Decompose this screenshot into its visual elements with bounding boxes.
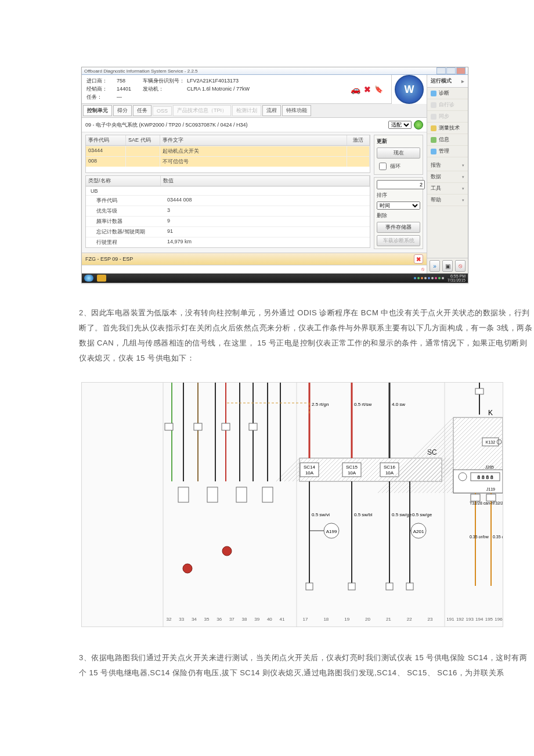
svg-text:0.5 rt/sw: 0.5 rt/sw (354, 402, 371, 407)
svg-text:34: 34 (192, 617, 197, 622)
rail-selfdiag[interactable]: 自行诊 (427, 99, 468, 111)
go-button[interactable] (414, 120, 423, 129)
svg-rect-134 (406, 583, 413, 590)
vehicle-diag-button[interactable]: 车载诊断系统 (377, 235, 420, 246)
svg-rect-150 (475, 388, 484, 394)
svg-text:8 8 8 8: 8 8 8 8 (477, 474, 493, 480)
svg-text:21: 21 (386, 617, 391, 622)
svg-text:0.5 sw/ge: 0.5 sw/ge (412, 512, 432, 517)
rail-sync[interactable]: 同步 (427, 111, 468, 123)
vehicle-header: 进口商：758 经销商：14401 任务：— 车辆身份识别号：LFV2A21K1… (82, 75, 391, 104)
odis-screenshot: Offboard Diagnostic Information System S… (81, 67, 468, 283)
seq-number-input[interactable] (377, 180, 425, 189)
svg-text:T32/29  can-l: T32/29 can-l (493, 501, 503, 505)
svg-rect-144 (486, 494, 496, 501)
rail-measure[interactable]: 测量技术 (427, 123, 468, 134)
svg-rect-179 (207, 487, 218, 502)
svg-rect-125 (306, 583, 313, 590)
svg-point-183 (222, 546, 232, 556)
car-icon[interactable]: 🚗 (351, 85, 360, 94)
window-controls[interactable] (436, 67, 466, 74)
action-side-column: 更新 现在 循环 排序 时间 删除 事件存储器 车载诊断系统 (374, 135, 423, 249)
tab-testplan[interactable]: 检测计划 (232, 105, 261, 116)
svg-text:2.5 rt/gn: 2.5 rt/gn (312, 402, 329, 407)
tab-oss[interactable]: OSS (153, 106, 172, 116)
svg-rect-180 (236, 487, 247, 502)
brand-logo: W (391, 75, 427, 104)
rail-diag[interactable]: 诊断 (427, 88, 468, 99)
module-title: 09 - 电子中央电气系统 (KWP2000 / TP20 / 5C093708… (85, 121, 386, 129)
rail-report[interactable]: 报告▾ (427, 160, 468, 171)
event-store-button[interactable]: 事件存储器 (377, 222, 420, 233)
tab-tpi[interactable]: 产品技术信息（TPI） (173, 105, 231, 116)
rail-tools[interactable]: 工具▾ (427, 183, 468, 195)
window-titlebar: Offboard Diagnostic Information System S… (82, 67, 468, 75)
close-job-icon[interactable]: ✖ (364, 85, 371, 94)
svg-text:191: 191 (446, 617, 454, 622)
svg-text:195: 195 (485, 617, 493, 622)
svg-text:0.5 sw/vi: 0.5 sw/vi (312, 512, 330, 517)
svg-rect-3 (300, 458, 442, 481)
main-tabbar[interactable]: 控制单元 得分 任务 OSS 产品技术信息（TPI） 检测计划 流程 特殊功能 (82, 104, 427, 118)
status-bar: FZG - ESP 09 - ESP ✖ (82, 253, 427, 265)
svg-text:J285: J285 (485, 465, 494, 469)
nav-stop-icon[interactable]: ⦸ (455, 260, 466, 272)
svg-text:18: 18 (323, 617, 329, 622)
event-row[interactable]: 03444 起动机点火开关 (86, 146, 370, 156)
nav-maximize-icon[interactable]: ▣ (442, 260, 453, 272)
svg-rect-181 (262, 487, 273, 502)
svg-text:35: 35 (204, 617, 210, 622)
detail-table: 类型/名称 数值 UB 事件代码03444 008 优先等级3 频率计数器9 忘… (85, 175, 370, 248)
rail-admin[interactable]: 管理 (427, 146, 468, 157)
svg-text:0.35 or/bw: 0.35 or/bw (493, 535, 503, 539)
module-select-row: 09 - 电子中央电气系统 (KWP2000 / TP20 / 5C093708… (82, 118, 427, 132)
svg-text:38: 38 (242, 617, 247, 622)
taskbar-app-icon[interactable] (97, 275, 106, 282)
svg-rect-128 (348, 583, 355, 590)
svg-text:0.5 sw/ge: 0.5 sw/ge (392, 512, 412, 517)
start-button[interactable] (84, 275, 93, 282)
paragraph-2: 2、因此车电器装置为低版本，没有转向柱控制单元，另外通过 ODIS 诊断程序在 … (79, 305, 534, 366)
tag-icon[interactable]: 🔖 (374, 85, 383, 93)
order-select[interactable]: 时间 (377, 201, 420, 210)
tab-task[interactable]: 任务 (133, 105, 151, 116)
svg-text:196: 196 (495, 617, 503, 622)
wiring-diagram: SCSC1410ASC1510ASC1610AKK1328 8 8 8J285J… (81, 382, 503, 627)
module-action-select[interactable]: 适配 (388, 121, 412, 129)
svg-text:37: 37 (229, 617, 234, 622)
svg-text:19: 19 (344, 617, 349, 622)
svg-text:36: 36 (217, 617, 222, 622)
event-table: 事件代码 SAE 代码 事件文字 激活 03444 起动机点火开关 (85, 135, 370, 173)
tab-special[interactable]: 特殊功能 (282, 105, 311, 116)
taskbar-clock[interactable]: 6:55 PM 7/31/2015 (448, 274, 466, 282)
svg-text:41: 41 (280, 617, 285, 622)
svg-text:4.0 sw: 4.0 sw (392, 402, 405, 407)
now-button[interactable]: 现在 (377, 147, 420, 159)
svg-text:K132: K132 (486, 440, 495, 444)
svg-text:10A: 10A (348, 470, 356, 476)
bottom-tray: ⦸ (82, 265, 427, 273)
rail-info[interactable]: 信息 (427, 134, 468, 146)
tab-control-unit[interactable]: 控制单元 (83, 105, 112, 116)
rail-help[interactable]: 帮助▾ (427, 195, 468, 206)
tab-flow[interactable]: 流程 (262, 105, 281, 116)
event-row[interactable]: 008 不可信信号 (86, 156, 370, 167)
nav-next-icon[interactable]: » (430, 260, 440, 272)
svg-text:J119: J119 (486, 487, 495, 491)
svg-text:193: 193 (466, 617, 474, 622)
svg-text:K: K (488, 409, 493, 417)
svg-text:40: 40 (267, 617, 272, 622)
status-close-icon[interactable]: ✖ (414, 254, 423, 264)
svg-rect-178 (178, 487, 189, 502)
loop-checkbox[interactable]: 循环 (377, 161, 420, 172)
tab-score[interactable]: 得分 (113, 105, 132, 116)
tray-stop-icon[interactable]: ⦸ (421, 267, 424, 272)
svg-text:A201: A201 (413, 529, 424, 534)
rail-data[interactable]: 数据▾ (427, 171, 468, 183)
svg-text:SC16: SC16 (384, 465, 396, 470)
svg-text:22: 22 (407, 617, 412, 622)
svg-text:20: 20 (365, 617, 370, 622)
svg-text:T32/28  can-h: T32/28 can-h (470, 501, 493, 505)
svg-text:A199: A199 (326, 529, 337, 534)
window-title: Offboard Diagnostic Information System S… (84, 69, 198, 74)
